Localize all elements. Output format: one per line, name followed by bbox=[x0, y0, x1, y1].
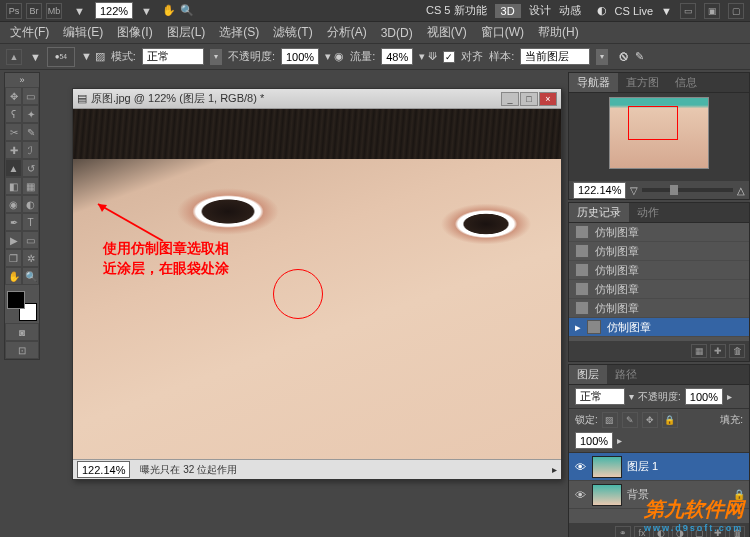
window-max-icon[interactable]: ▢ bbox=[728, 3, 744, 19]
cslive-label[interactable]: CS Live bbox=[615, 5, 654, 17]
menu-filter[interactable]: 滤镜(T) bbox=[267, 22, 318, 43]
brush-preview[interactable]: ●54 bbox=[47, 47, 75, 67]
menu-3d[interactable]: 3D(D) bbox=[375, 24, 419, 42]
quick-select-tool[interactable]: ✦ bbox=[22, 105, 39, 123]
visibility-toggle[interactable]: 👁 bbox=[573, 460, 587, 474]
snapshot-button[interactable]: ▦ bbox=[691, 344, 707, 358]
tab-actions[interactable]: 动作 bbox=[629, 203, 667, 222]
tab-history[interactable]: 历史记录 bbox=[569, 203, 629, 222]
bridge-icon[interactable]: Br bbox=[26, 3, 42, 19]
sample-select[interactable]: 当前图层 bbox=[520, 48, 590, 65]
color-swatches[interactable] bbox=[5, 289, 39, 323]
tab-navigator[interactable]: 导航器 bbox=[569, 73, 618, 92]
document-canvas[interactable]: 使用仿制图章选取相 近涂层，在眼袋处涂 bbox=[73, 109, 561, 459]
zoom-field[interactable]: 122% bbox=[95, 2, 133, 19]
lock-position-icon[interactable]: ✥ bbox=[642, 412, 658, 428]
path-select-tool[interactable]: ▶ bbox=[5, 231, 22, 249]
document-titlebar[interactable]: ▤ 原图.jpg @ 122% (图层 1, RGB/8) * _ □ × bbox=[73, 89, 561, 109]
history-item[interactable]: 仿制图章 bbox=[569, 299, 749, 318]
tab-motion[interactable]: 动感 bbox=[559, 3, 581, 18]
dodge-tool[interactable]: ◐ bbox=[22, 195, 39, 213]
tab-paths[interactable]: 路径 bbox=[607, 365, 645, 384]
aligned-checkbox[interactable]: ✓ bbox=[443, 51, 455, 63]
menu-layer[interactable]: 图层(L) bbox=[161, 22, 212, 43]
adjustment-layer-button[interactable]: ◑ bbox=[672, 526, 688, 537]
menu-help[interactable]: 帮助(H) bbox=[532, 22, 585, 43]
navigator-thumbnail[interactable] bbox=[569, 93, 749, 181]
layer-name[interactable]: 图层 1 bbox=[627, 459, 658, 474]
link-layers-button[interactable]: ⚭ bbox=[615, 526, 631, 537]
visibility-toggle[interactable]: 👁 bbox=[573, 488, 587, 502]
zoom-in-icon[interactable]: △ bbox=[737, 185, 745, 196]
zoom-tool[interactable]: 🔍 bbox=[22, 267, 39, 285]
mode-select[interactable]: 正常 bbox=[142, 48, 204, 65]
hand-tool[interactable]: ✋ bbox=[5, 267, 22, 285]
zoom-icon[interactable]: 🔍 bbox=[180, 4, 194, 17]
new-snapshot-button[interactable]: ✚ bbox=[710, 344, 726, 358]
menu-window[interactable]: 窗口(W) bbox=[475, 22, 530, 43]
mode-dropdown-icon[interactable]: ▾ bbox=[210, 49, 222, 65]
crop-tool[interactable]: ✂ bbox=[5, 123, 22, 141]
toolbox-handle[interactable]: » bbox=[5, 73, 39, 87]
tab-histogram[interactable]: 直方图 bbox=[618, 73, 667, 92]
clone-stamp-tool[interactable]: ▲ bbox=[5, 159, 22, 177]
zoom-out-icon[interactable]: ▽ bbox=[630, 185, 638, 196]
new-layer-button[interactable]: ✚ bbox=[710, 526, 726, 537]
layer-name[interactable]: 背景 bbox=[627, 487, 649, 502]
opacity-field[interactable]: 100% bbox=[281, 48, 319, 65]
layer-mask-button[interactable]: ◐ bbox=[653, 526, 669, 537]
hand-icon[interactable]: ✋ bbox=[162, 4, 176, 17]
shape-tool[interactable]: ▭ bbox=[22, 231, 39, 249]
marquee-tool[interactable]: ▭ bbox=[22, 87, 39, 105]
eyedropper-tool[interactable]: ✎ bbox=[22, 123, 39, 141]
tab-3d[interactable]: 3D bbox=[495, 4, 521, 18]
blend-mode-select[interactable]: 正常 bbox=[575, 388, 625, 405]
doc-max-button[interactable]: □ bbox=[520, 92, 538, 106]
ps-icon[interactable]: Ps bbox=[6, 3, 22, 19]
menu-file[interactable]: 文件(F) bbox=[4, 22, 55, 43]
3d-tool[interactable]: ❐ bbox=[5, 249, 22, 267]
history-item[interactable]: ▸仿制图章 bbox=[569, 318, 749, 337]
menu-edit[interactable]: 编辑(E) bbox=[57, 22, 109, 43]
mb-icon[interactable]: Mb bbox=[46, 3, 62, 19]
layer-fx-button[interactable]: fx bbox=[634, 526, 650, 537]
window-frame-icon[interactable]: ▣ bbox=[704, 3, 720, 19]
move-tool[interactable]: ✥ bbox=[5, 87, 22, 105]
delete-layer-button[interactable]: 🗑 bbox=[729, 526, 745, 537]
history-item[interactable]: 仿制图章 bbox=[569, 242, 749, 261]
layer-row[interactable]: 👁 图层 1 bbox=[569, 453, 749, 481]
pen-tool[interactable]: ✒ bbox=[5, 213, 22, 231]
layer-thumbnail[interactable] bbox=[592, 484, 622, 506]
ignore-adj-icon[interactable]: 🛇 bbox=[618, 51, 629, 63]
screenmode-tool[interactable]: ⊡ bbox=[5, 341, 39, 359]
layer-group-button[interactable]: ▢ bbox=[691, 526, 707, 537]
status-zoom[interactable]: 122.14% bbox=[77, 461, 130, 478]
lock-pixels-icon[interactable]: ✎ bbox=[622, 412, 638, 428]
history-item[interactable]: 仿制图章 bbox=[569, 223, 749, 242]
menu-analysis[interactable]: 分析(A) bbox=[321, 22, 373, 43]
lock-all-icon[interactable]: 🔒 bbox=[662, 412, 678, 428]
tab-info[interactable]: 信息 bbox=[667, 73, 705, 92]
lock-transparent-icon[interactable]: ▨ bbox=[602, 412, 618, 428]
tablet-icon[interactable]: ✎ bbox=[635, 50, 644, 63]
lasso-tool[interactable]: ʕ bbox=[5, 105, 22, 123]
layer-thumbnail[interactable] bbox=[592, 456, 622, 478]
doc-min-button[interactable]: _ bbox=[501, 92, 519, 106]
tab-layers[interactable]: 图层 bbox=[569, 365, 607, 384]
quickmask-tool[interactable]: ◙ bbox=[5, 323, 39, 341]
layer-opacity-field[interactable]: 100% bbox=[685, 388, 723, 405]
eraser-tool[interactable]: ◧ bbox=[5, 177, 22, 195]
navigator-zoom-slider[interactable] bbox=[642, 188, 733, 192]
foreground-color-swatch[interactable] bbox=[7, 291, 25, 309]
menu-view[interactable]: 视图(V) bbox=[421, 22, 473, 43]
history-item[interactable]: 仿制图章 bbox=[569, 261, 749, 280]
doc-close-button[interactable]: × bbox=[539, 92, 557, 106]
layer-row[interactable]: 👁 背景 🔒 bbox=[569, 481, 749, 509]
history-item[interactable]: 仿制图章 bbox=[569, 280, 749, 299]
brush-tool[interactable]: ℐ bbox=[22, 141, 39, 159]
navigator-view-rect[interactable] bbox=[628, 106, 678, 140]
flow-field[interactable]: 48% bbox=[381, 48, 413, 65]
fill-field[interactable]: 100% bbox=[575, 432, 613, 449]
cs-new-features[interactable]: CS 5 新功能 bbox=[426, 3, 487, 18]
menu-select[interactable]: 选择(S) bbox=[213, 22, 265, 43]
